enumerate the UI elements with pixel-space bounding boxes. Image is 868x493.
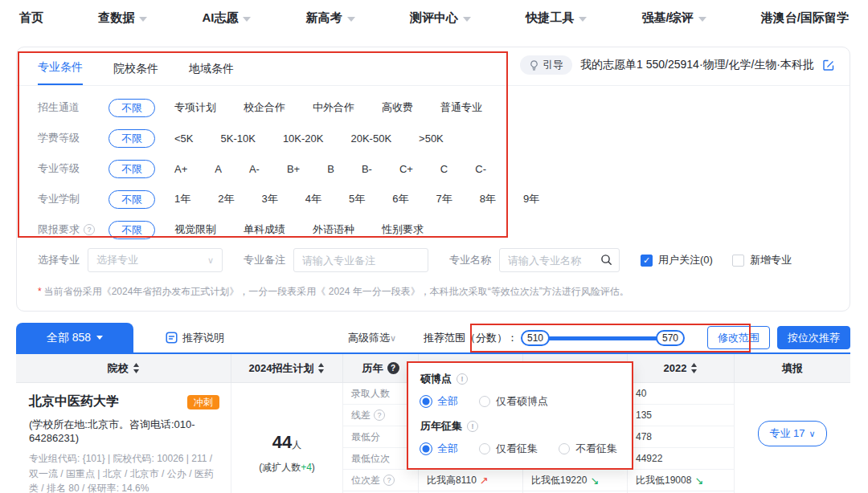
major-remark-input[interactable] <box>293 248 428 272</box>
filter-option[interactable]: 10K-20K <box>283 132 324 145</box>
nav-item-overseas[interactable]: 港澳台/国际留学 <box>761 10 849 26</box>
modify-range-button[interactable]: 修改范围 <box>707 326 770 349</box>
filter-option[interactable]: 5K-10K <box>221 132 256 145</box>
col-header-2022[interactable]: 2022 <box>627 354 734 382</box>
nav-item-home[interactable]: 首页 <box>19 10 43 26</box>
nav-item-tools[interactable]: 快捷工具 <box>526 10 587 26</box>
filter-option[interactable]: B- <box>362 163 372 175</box>
filter-option[interactable]: B <box>327 163 334 175</box>
tab-region-conditions[interactable]: 地域条件 <box>189 62 234 85</box>
filter-option[interactable]: A+ <box>174 163 187 175</box>
filter-option[interactable]: 4年 <box>305 193 321 205</box>
radio-collect-none[interactable]: 不看征集 <box>559 442 617 456</box>
filter-option[interactable]: 8年 <box>480 193 496 205</box>
nav-item-assessment[interactable]: 测评中心 <box>410 10 471 26</box>
radio-icon <box>479 443 490 454</box>
filter-option[interactable]: <5K <box>174 132 194 145</box>
filter-option[interactable]: C+ <box>399 163 413 175</box>
filter-option[interactable]: 高收费 <box>382 101 413 113</box>
major-select[interactable]: 选择专业 ∨ <box>88 248 223 272</box>
all-results-tab[interactable]: 全部 858 <box>16 323 133 352</box>
radio-icon <box>559 443 570 454</box>
filter-option[interactable]: C <box>440 163 448 175</box>
chevron-down-icon <box>579 17 587 22</box>
unlimited-pill[interactable]: 不限 <box>108 99 155 117</box>
new-major-checkbox[interactable]: 新增专业 <box>732 253 792 267</box>
filter-option[interactable]: 单科成绩 <box>244 223 285 235</box>
chevron-down-icon <box>698 17 706 22</box>
year-column-2022: 40 135 478 44922 比我低19008↘ <box>627 383 734 493</box>
radio-collect-all[interactable]: 全部 <box>420 442 458 456</box>
nav-item-data[interactable]: 查数据 <box>98 10 147 26</box>
filter-option[interactable]: 20K-50K <box>350 132 391 145</box>
nav-item-qiangji[interactable]: 强基/综评 <box>641 10 706 26</box>
help-icon[interactable]: ? <box>84 224 95 235</box>
slider-min-handle[interactable]: 510 <box>521 330 550 346</box>
filter-option[interactable]: 校企合作 <box>244 101 285 113</box>
filter-option[interactable]: 9年 <box>523 193 539 205</box>
filter-option[interactable]: 6年 <box>392 193 408 205</box>
filter-option[interactable]: 5年 <box>349 193 365 205</box>
chevron-down-icon <box>463 17 471 22</box>
filter-option[interactable]: 视觉限制 <box>174 223 216 235</box>
filter-option[interactable]: A- <box>249 163 260 175</box>
school-contact: (学校所在地:北京市。咨询电话:010-64286231) <box>29 418 219 444</box>
filter-option[interactable]: B+ <box>287 163 300 175</box>
filter-option[interactable]: A <box>215 163 222 175</box>
recommend-note-link[interactable]: 推荐说明 <box>166 331 224 345</box>
popup-group2-options: 全部 仅看征集 不看征集 <box>420 442 620 456</box>
nav-item-ai[interactable]: AI志愿 <box>202 10 251 26</box>
filter-option[interactable]: 普通专业 <box>440 101 482 113</box>
slider-max-handle[interactable]: 570 <box>656 330 685 346</box>
recommend-by-rank-button[interactable]: 按位次推荐 <box>777 326 850 349</box>
chevron-down-icon <box>96 336 103 340</box>
help-icon[interactable]: ? <box>383 475 395 486</box>
filter-option[interactable]: 2年 <box>218 193 234 205</box>
major-search-row: 选择专业 选择专业 ∨ 专业备注 专业名称 ✓ 用户关注(0) <box>17 245 850 274</box>
filter-option[interactable]: 1年 <box>174 193 190 205</box>
chevron-down-icon <box>347 17 355 22</box>
filter-option[interactable]: >50K <box>419 132 444 145</box>
help-icon[interactable]: ? <box>374 409 385 421</box>
filter-option[interactable]: 外语语种 <box>313 223 354 235</box>
tab-major-conditions[interactable]: 专业条件 <box>38 60 83 85</box>
school-cell: 北京中医药大学 冲刺 (学校所在地:北京市。咨询电话:010-64286231)… <box>16 383 231 493</box>
radio-msc-all[interactable]: 全部 <box>420 394 458 409</box>
unlimited-pill[interactable]: 不限 <box>108 129 155 148</box>
score-range-slider[interactable]: 510 570 <box>521 330 685 346</box>
tab-school-conditions[interactable]: 院校条件 <box>113 62 158 85</box>
info-icon[interactable]: ! <box>457 373 468 385</box>
filter-option[interactable]: 3年 <box>261 193 277 205</box>
nav-item-gaokao[interactable]: 新高考 <box>306 10 355 26</box>
col-header-plan2024[interactable]: 2024招生计划 <box>231 354 342 382</box>
filter-option[interactable]: C- <box>475 163 486 175</box>
filter-option[interactable]: 7年 <box>436 193 452 205</box>
col-header-school[interactable]: 院校 <box>16 354 231 382</box>
popup-group1-options: 全部 仅看硕博点 <box>420 394 620 409</box>
score-range-control: 推荐范围（分数）： 510 570 <box>414 324 694 352</box>
radio-msc-only[interactable]: 仅看硕博点 <box>479 394 548 409</box>
guide-button[interactable]: 引导 <box>520 55 572 75</box>
edit-icon[interactable] <box>822 59 835 71</box>
help-icon[interactable]: ? <box>387 362 399 374</box>
unlimited-pill[interactable]: 不限 <box>108 190 155 209</box>
filter-option[interactable]: 性别要求 <box>382 223 424 235</box>
unlimited-pill[interactable]: 不限 <box>108 160 155 178</box>
unlimited-pill[interactable]: 不限 <box>108 221 155 239</box>
search-icon[interactable] <box>600 254 612 266</box>
user-follow-checkbox[interactable]: ✓ 用户关注(0) <box>641 253 713 267</box>
info-icon[interactable]: ! <box>467 421 478 432</box>
school-name-link[interactable]: 北京中医药大学 <box>29 393 119 410</box>
radio-collect-only[interactable]: 仅看征集 <box>479 442 538 456</box>
filter-option[interactable]: 专项计划 <box>174 101 216 113</box>
plan-summary: 引导 我的志愿单1 550/25914·物理/化学/生物·本科批 <box>520 55 835 75</box>
major-list-button[interactable]: 专业 17 ∨ <box>758 421 826 446</box>
filter-option[interactable]: 中外合作 <box>313 101 354 113</box>
trend-down-icon: ↘ <box>590 475 599 487</box>
advanced-filter-link[interactable]: 高级筛选∨ <box>348 331 396 345</box>
sort-icon <box>133 363 140 373</box>
chevron-down-icon <box>139 17 147 22</box>
column-filter-popup: 硕博点 ! 全部 仅看硕博点 历年征集 ! 全部 仅看征集 不看征集 <box>407 361 633 470</box>
filter-tabs: 专业条件 院校条件 地域条件 引导 我的志愿单1 550/25914·物理/化学… <box>17 47 850 86</box>
filter-row-tuition-level: 学费等级 不限 <5K5K-10K10K-20K20K-50K>50K <box>38 123 829 153</box>
